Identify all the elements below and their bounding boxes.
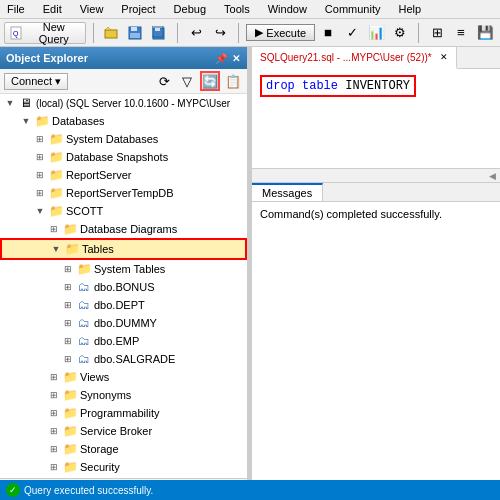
reportserver-expand: ⊞ <box>32 167 48 183</box>
snapshots-icon: 📁 <box>48 149 64 165</box>
tree-reportserver-temp[interactable]: ⊞ 📁 ReportServerTempDB <box>0 184 247 202</box>
close-tab-icon[interactable]: ✕ <box>440 52 448 62</box>
save-all-button[interactable] <box>148 22 170 44</box>
svg-rect-8 <box>155 28 160 31</box>
summary-button[interactable]: 📋 <box>223 71 243 91</box>
synonyms-label: Synonyms <box>78 389 131 401</box>
execute-button[interactable]: ▶ Execute <box>246 24 315 41</box>
tree-dummy-table[interactable]: ⊞ 🗂 dbo.DUMMY <box>0 314 247 332</box>
dept-table-icon: 🗂 <box>76 297 92 313</box>
status-success-icon: ✓ <box>6 483 20 497</box>
diagrams-icon: 📁 <box>62 221 78 237</box>
tree-security-scott[interactable]: ⊞ 📁 Security <box>0 458 247 476</box>
tree-databases[interactable]: ▼ 📁 Databases <box>0 112 247 130</box>
views-icon: 📁 <box>62 369 78 385</box>
server-expand-icon: ▼ <box>2 95 18 111</box>
menu-project[interactable]: Project <box>118 2 158 16</box>
emp-table-icon: 🗂 <box>76 333 92 349</box>
redo-button[interactable]: ↪ <box>209 22 231 44</box>
databases-expand-icon: ▼ <box>18 113 34 129</box>
status-text: Query executed successfully. <box>24 485 153 496</box>
stop-button[interactable]: ■ <box>317 22 339 44</box>
tree-scott[interactable]: ▼ 📁 SCOTT <box>0 202 247 220</box>
menu-debug[interactable]: Debug <box>171 2 209 16</box>
system-db-label: System Databases <box>64 133 158 145</box>
connect-button[interactable]: Connect ▾ <box>4 73 68 90</box>
views-expand: ⊞ <box>46 369 62 385</box>
results-to-text-button[interactable]: ≡ <box>450 22 472 44</box>
system-tables-icon: 📁 <box>76 261 92 277</box>
system-db-expand: ⊞ <box>32 131 48 147</box>
tree-programmability[interactable]: ⊞ 📁 Programmability <box>0 404 247 422</box>
tree-emp-table[interactable]: ⊞ 🗂 dbo.EMP <box>0 332 247 350</box>
open-file-button[interactable] <box>100 22 122 44</box>
object-explorer-tree[interactable]: ▼ 🖥 (local) (SQL Server 10.0.1600 - MYPC… <box>0 94 247 478</box>
results-to-grid-button[interactable]: ⊞ <box>426 22 448 44</box>
execute-label: Execute <box>266 27 306 39</box>
menu-bar: File Edit View Project Debug Tools Windo… <box>0 0 500 19</box>
svg-rect-5 <box>131 27 137 31</box>
svg-text:Q: Q <box>13 30 19 38</box>
include-client-stats[interactable]: 📊 <box>365 22 387 44</box>
parse-button[interactable]: ✓ <box>341 22 363 44</box>
system-tables-label: System Tables <box>92 263 165 275</box>
pin-icon[interactable]: 📌 <box>214 52 228 65</box>
menu-community[interactable]: Community <box>322 2 384 16</box>
tree-server-root[interactable]: ▼ 🖥 (local) (SQL Server 10.0.1600 - MYPC… <box>0 94 247 112</box>
query-options-button[interactable]: ⚙ <box>389 22 411 44</box>
sql-editor-area[interactable]: drop table INVENTORY <box>252 69 500 169</box>
menu-edit[interactable]: Edit <box>40 2 65 16</box>
close-oe-icon[interactable]: ✕ <box>231 52 241 65</box>
menu-file[interactable]: File <box>4 2 28 16</box>
snapshots-label: Database Snapshots <box>64 151 168 163</box>
object-explorer-panel: Object Explorer 📌 ✕ Connect ▾ ⟳ ▽ 🔄 📋 ▼ … <box>0 47 248 492</box>
databases-label: Databases <box>50 115 105 127</box>
tables-icon: 📁 <box>64 241 80 257</box>
broker-expand: ⊞ <box>46 423 62 439</box>
refresh-button[interactable]: ⟳ <box>154 71 174 91</box>
synonyms-expand: ⊞ <box>46 387 62 403</box>
menu-tools[interactable]: Tools <box>221 2 253 16</box>
new-query-label: New Query <box>28 21 80 45</box>
menu-window[interactable]: Window <box>265 2 310 16</box>
tree-system-databases[interactable]: ⊞ 📁 System Databases <box>0 130 247 148</box>
table-keyword: table <box>302 79 338 93</box>
tree-tables[interactable]: ▼ 📁 Tables <box>0 238 247 260</box>
server-icon: 🖥 <box>18 95 34 111</box>
tree-views[interactable]: ⊞ 📁 Views <box>0 368 247 386</box>
broker-icon: 📁 <box>62 423 78 439</box>
menu-view[interactable]: View <box>77 2 107 16</box>
prog-label: Programmability <box>78 407 159 419</box>
tree-bonus-table[interactable]: ⊞ 🗂 dbo.BONUS <box>0 278 247 296</box>
messages-tab[interactable]: Messages <box>252 183 323 201</box>
storage-icon: 📁 <box>62 441 78 457</box>
results-to-file-button[interactable]: 💾 <box>474 22 496 44</box>
menu-help[interactable]: Help <box>395 2 424 16</box>
new-query-button[interactable]: Q New Query <box>4 22 86 44</box>
dummy-expand: ⊞ <box>60 315 76 331</box>
tree-service-broker[interactable]: ⊞ 📁 Service Broker <box>0 422 247 440</box>
tree-dept-table[interactable]: ⊞ 🗂 dbo.DEPT <box>0 296 247 314</box>
filter-button[interactable]: ▽ <box>177 71 197 91</box>
reportserver-label: ReportServer <box>64 169 131 181</box>
tree-synonyms[interactable]: ⊞ 📁 Synonyms <box>0 386 247 404</box>
query-tab-1[interactable]: SQLQuery21.sql - ...MYPC\User (52))* ✕ <box>252 47 457 69</box>
tree-system-tables[interactable]: ⊞ 📁 System Tables <box>0 260 247 278</box>
object-explorer-filter-highlighted[interactable]: 🔄 <box>200 71 220 91</box>
tree-db-snapshots[interactable]: ⊞ 📁 Database Snapshots <box>0 148 247 166</box>
tree-salgrade-table[interactable]: ⊞ 🗂 dbo.SALGRADE <box>0 350 247 368</box>
tree-reportserver[interactable]: ⊞ 📁 ReportServer <box>0 166 247 184</box>
tree-storage[interactable]: ⊞ 📁 Storage <box>0 440 247 458</box>
server-label: (local) (SQL Server 10.0.1600 - MYPC\Use… <box>34 98 230 109</box>
tree-db-diagrams[interactable]: ⊞ 📁 Database Diagrams <box>0 220 247 238</box>
messages-content-area: Command(s) completed successfully. <box>252 202 500 492</box>
bonus-label: dbo.BONUS <box>92 281 155 293</box>
reportserver-temp-label: ReportServerTempDB <box>64 187 174 199</box>
toolbar-sep-1 <box>93 23 94 43</box>
undo-button[interactable]: ↩ <box>185 22 207 44</box>
new-query-icon: Q <box>10 25 25 41</box>
save-button[interactable] <box>124 22 146 44</box>
toolbar-group-2: ↩ ↪ <box>185 22 231 44</box>
execute-icon: ▶ <box>255 26 263 39</box>
scott-expand: ▼ <box>32 203 48 219</box>
